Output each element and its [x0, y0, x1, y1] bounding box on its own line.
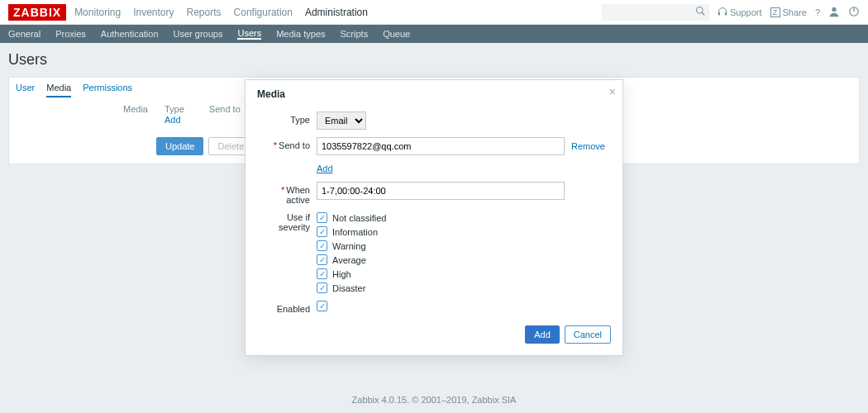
sendto-add-link[interactable]: Add: [317, 164, 333, 173]
severity-list: Not classified Information Warning Avera…: [317, 212, 611, 293]
sev-disaster: Disaster: [317, 282, 611, 293]
type-select[interactable]: Email: [317, 112, 366, 130]
sendto-remove-link[interactable]: Remove: [571, 141, 605, 151]
row-severity: Use if severity Not classified Informati…: [257, 212, 611, 293]
row-type: Type Email: [257, 112, 611, 130]
modal-add-button[interactable]: Add: [525, 325, 560, 344]
modal-footer: Add Cancel: [257, 325, 611, 344]
row-whenactive: *When active: [257, 182, 611, 205]
label-type: Type: [290, 115, 310, 125]
sev-notclassified: Not classified: [317, 212, 611, 223]
sev-information: Information: [317, 226, 611, 237]
row-enabled: Enabled: [257, 301, 611, 314]
chk-high[interactable]: [317, 268, 327, 279]
whenactive-input[interactable]: [317, 182, 565, 200]
label-enabled: Enabled: [277, 304, 310, 314]
chk-disaster[interactable]: [317, 282, 327, 293]
label-whenactive: When active: [286, 185, 310, 205]
chk-enabled[interactable]: [317, 301, 327, 311]
sev-label: Average: [332, 255, 366, 265]
modal-title: Media: [257, 88, 611, 100]
sev-label: Warning: [332, 241, 366, 251]
sev-average: Average: [317, 254, 611, 265]
row-sendto-add: Add: [257, 163, 611, 174]
media-modal: × Media Type Email *Send to Remove Add: [245, 79, 623, 356]
label-severity: Use if severity: [279, 212, 310, 232]
sev-warning: Warning: [317, 240, 611, 251]
chk-notclassified[interactable]: [317, 212, 327, 223]
sev-label: Not classified: [332, 213, 386, 223]
sev-high: High: [317, 268, 611, 279]
chk-warning[interactable]: [317, 240, 327, 251]
chk-average[interactable]: [317, 254, 327, 265]
sev-label: Information: [332, 227, 378, 237]
sendto-input[interactable]: [317, 137, 565, 155]
close-icon[interactable]: ×: [609, 85, 616, 98]
overlay: × Media Type Email *Send to Remove Add: [0, 0, 868, 413]
sev-label: Disaster: [332, 283, 365, 293]
label-sendto: Send to: [279, 140, 310, 150]
chk-information[interactable]: [317, 226, 327, 237]
modal-cancel-button[interactable]: Cancel: [565, 325, 611, 344]
sev-label: High: [332, 269, 351, 279]
row-sendto: *Send to Remove: [257, 137, 611, 155]
